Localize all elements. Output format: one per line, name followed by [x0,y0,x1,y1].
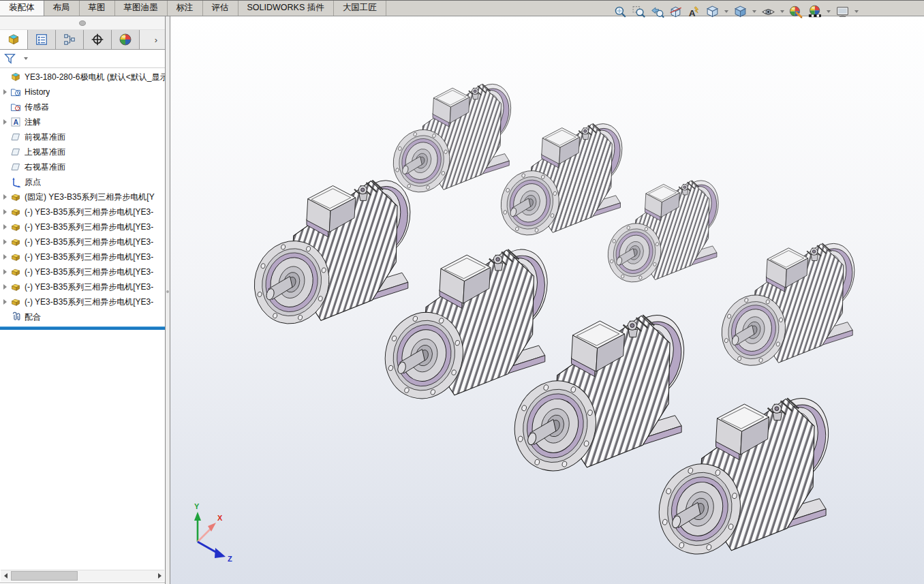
expand-arrow-icon[interactable] [0,299,10,305]
expand-arrow-icon[interactable] [0,119,10,125]
plane-6-label: 右视基准面 [25,162,65,173]
panel-horizontal-scrollbar[interactable] [1,570,164,581]
manager-tab-display-manager[interactable] [112,30,140,49]
plane-5-label: 上视基准面 [25,147,65,158]
tree-filter-row [0,50,165,68]
component-9-icon [10,206,21,217]
tree-item-component-10[interactable]: (-) YE3-B35系列三相异步电机[YE3- [0,219,165,234]
ribbon-tab-1[interactable]: 装配体 [0,1,44,16]
tree-item-component-11[interactable]: (-) YE3-B35系列三相异步电机[YE3- [0,234,165,249]
motor-model-4[interactable] [713,237,862,373]
tree-item-plane-4[interactable]: 前视基准面 [0,129,165,144]
apply-scene-dropdown-caret[interactable] [827,10,831,13]
expand-arrow-icon[interactable] [0,224,10,230]
assembly-3d-scene[interactable]: Y X Z [170,16,924,584]
left-triangle-icon [4,573,7,579]
root-assembly-label: YE3-180-280-6极电机 (默认<默认_显示 [25,72,165,83]
motor-model-8[interactable] [649,390,838,564]
view-orientation-button[interactable] [704,3,721,20]
previous-view-button[interactable] [649,3,666,20]
panel-resize-handle[interactable] [79,20,86,26]
display-style-dropdown-caret[interactable] [752,10,756,13]
hide-show-items-icon [761,5,775,19]
scrollbar-thumb[interactable] [11,571,78,581]
component-14-label: (-) YE3-B35系列三相异步电机[YE3- [25,281,153,293]
tree-item-plane-5[interactable]: 上视基准面 [0,144,165,159]
tree-item-origin-7[interactable]: 原点 [0,174,165,189]
dimxpert-manager-icon [91,33,104,46]
section-view-button[interactable] [667,3,684,20]
manager-tab-property-manager[interactable] [28,30,56,49]
panel-splitter[interactable] [166,16,170,584]
scroll-right-arrow[interactable] [155,570,164,581]
manager-tabs-overflow-button[interactable]: › [147,30,165,49]
view-settings-dropdown-caret[interactable] [854,10,859,13]
hide-show-items-dropdown-caret[interactable] [780,10,784,13]
motor-model-1[interactable] [386,79,518,199]
tree-item-root-assembly[interactable]: YE3-180-280-6极电机 (默认<默认_显示 [0,70,165,84]
tree-item-plane-6[interactable]: 右视基准面 [0,159,165,174]
panel-bottom-edge [0,582,165,583]
manager-tab-dimxpert-manager[interactable] [84,30,112,49]
ribbon-tab-3[interactable]: 草图 [80,1,115,16]
expand-arrow-icon[interactable] [0,269,10,275]
filter-dropdown-caret[interactable] [24,57,28,60]
component-11-label: (-) YE3-B35系列三相异步电机[YE3- [25,236,153,248]
ribbon-tab-7[interactable]: SOLIDWORKS 插件 [238,1,334,16]
tree-item-sensors-2[interactable]: 传感器 [0,99,165,114]
apply-scene-icon [807,5,822,19]
tree-item-component-15[interactable]: (-) YE3-B35系列三相异步电机[YE3- [0,294,165,309]
zoom-to-fit-button[interactable] [612,3,629,20]
motor-model-5[interactable] [245,173,419,333]
expand-arrow-icon[interactable] [0,239,10,245]
view-orientation-dropdown-caret[interactable] [724,10,728,13]
apply-scene-button[interactable] [806,3,823,20]
edit-appearance-button[interactable] [788,3,805,20]
manager-tab-configuration-manager[interactable] [56,30,84,49]
triad-z-label: Z [228,555,232,563]
view-settings-button[interactable] [834,3,851,20]
scroll-left-arrow[interactable] [1,570,10,581]
tree-item-annotations-3[interactable]: 注解 [0,114,165,129]
ribbon-tab-2[interactable]: 布局 [44,1,80,16]
feature-tree: YE3-180-280-6极电机 (默认<默认_显示History传感器注解前视… [0,68,165,330]
expand-arrow-icon[interactable] [0,194,10,200]
motor-model-2[interactable] [493,119,629,243]
triad-y-label: Y [194,502,200,510]
hide-show-items-button[interactable] [760,3,777,20]
component-9-label: (-) YE3-B35系列三相异步电机[YE3- [25,206,153,218]
display-style-button[interactable] [732,3,749,20]
zoom-to-area-button[interactable] [630,3,647,20]
motor-model-6[interactable] [375,242,557,408]
tree-item-component-14[interactable]: (-) YE3-B35系列三相异步电机[YE3- [0,279,165,294]
dynamic-annotation-views-icon [687,5,701,19]
filter-funnel-icon[interactable] [3,52,16,65]
tree-item-history-1[interactable]: History [0,84,165,99]
display-style-icon [733,5,748,19]
origin-7-icon [10,176,21,187]
dynamic-annotation-views-button[interactable] [686,3,703,20]
tree-item-mates-16[interactable]: 配合 [0,309,165,324]
motor-model-3[interactable] [601,176,724,289]
view-orientation-icon [705,5,720,19]
triad-x-label: X [217,514,223,522]
rollback-bar[interactable] [0,326,165,330]
ribbon-tab-8[interactable]: 大国工匠 [334,1,386,16]
expand-arrow-icon[interactable] [0,89,10,95]
ribbon-tab-6[interactable]: 评估 [203,1,238,16]
splitter-handle-dot[interactable] [166,290,169,293]
tree-item-component-12[interactable]: (-) YE3-B35系列三相异步电机[YE3- [0,249,165,264]
graphics-viewport[interactable]: Y X Z [170,16,924,584]
sensors-2-label: 传感器 [25,102,49,113]
tree-item-component-8[interactable]: (固定) YE3-B35系列三相异步电机[Y [0,189,165,204]
tree-item-component-9[interactable]: (-) YE3-B35系列三相异步电机[YE3- [0,204,165,219]
expand-arrow-icon[interactable] [0,209,10,215]
ribbon-tab-5[interactable]: 标注 [168,1,203,16]
component-15-icon [10,296,21,307]
annotations-3-icon [10,117,21,127]
expand-arrow-icon[interactable] [0,284,10,290]
manager-tab-feature-manager-design-tree[interactable] [0,30,28,49]
ribbon-tab-4[interactable]: 草图油墨 [115,1,168,16]
tree-item-component-13[interactable]: (-) YE3-B35系列三相异步电机[YE3- [0,264,165,279]
expand-arrow-icon[interactable] [0,254,10,260]
